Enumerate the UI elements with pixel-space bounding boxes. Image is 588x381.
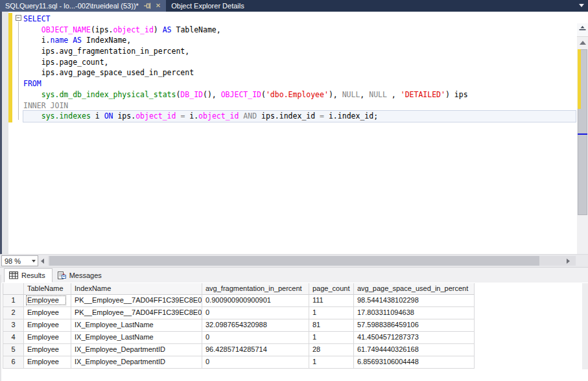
messages-icon — [58, 271, 66, 280]
table-row: 6EmployeeIX_Employee_DepartmentID016.856… — [3, 356, 475, 369]
table-row: 2EmployeePK__Employee__7AD04FF1C39EC8E00… — [3, 307, 475, 319]
code-lines[interactable]: SELECT OBJECT_NAME(ips.object_id) AS Tab… — [23, 14, 576, 122]
code-line: FROM — [23, 78, 576, 89]
results-grid: TableNameIndexNameavg_fragmentation_in_p… — [3, 283, 475, 369]
grid-cell[interactable]: 57.5988386459106 — [354, 319, 475, 332]
grid-cell[interactable]: IX_Employee_LastName — [71, 332, 202, 344]
code-line: ips.page_count, — [23, 57, 576, 68]
zoom-dropdown-icon[interactable] — [29, 256, 38, 266]
grid-row-number[interactable]: 1 — [3, 295, 24, 307]
grid-cell[interactable]: 96.4285714285714 — [202, 344, 309, 356]
grid-header-cell[interactable]: avg_fragmentation_in_percent — [202, 283, 309, 295]
table-row: 5EmployeeIX_Employee_DepartmentID96.4285… — [3, 344, 475, 356]
tab-messages-label: Messages — [69, 271, 102, 279]
grid-cell[interactable]: Employee — [24, 307, 71, 319]
tab-object-explorer-details-label: Object Explorer Details — [171, 2, 244, 10]
code-line: i.name AS IndexName, — [23, 35, 576, 46]
editor-gutter — [2, 12, 8, 254]
horizontal-scroll-thumb[interactable] — [49, 256, 539, 266]
sql-editor[interactable]: − SELECT OBJECT_NAME(ips.object_id) AS T… — [0, 12, 588, 254]
grid-cell[interactable]: 1 — [309, 356, 354, 369]
results-tabstrip: Results Messages — [0, 268, 588, 283]
grid-cell[interactable]: 17.803311094638 — [354, 307, 475, 319]
editor-vertical-scrollbar[interactable] — [577, 23, 588, 266]
tab-results-label: Results — [21, 271, 45, 279]
code-line: ips.avg_fragmentation_in_percent, — [23, 46, 576, 57]
close-icon[interactable]: ✕ — [156, 3, 161, 9]
scrollbar-caret-marker — [578, 133, 587, 135]
fold-collapse-icon[interactable]: − — [16, 15, 21, 21]
grid-header-cell[interactable]: TableName — [24, 283, 71, 295]
grid-header-cell[interactable] — [3, 283, 24, 295]
grid-row-number[interactable]: 6 — [3, 356, 24, 369]
grid-cell[interactable]: 0.900900900900901 — [202, 295, 309, 307]
grid-header-row: TableNameIndexNameavg_fragmentation_in_p… — [3, 283, 475, 295]
grid-cell[interactable]: 98.5441438102298 — [354, 295, 475, 307]
grid-cell[interactable]: 81 — [309, 319, 354, 332]
zoom-select[interactable]: 98 % — [1, 255, 38, 266]
split-editor-handle[interactable] — [577, 23, 588, 37]
grid-cell[interactable]: IX_Employee_DepartmentID — [71, 356, 202, 369]
grid-header-cell[interactable]: IndexName — [71, 283, 202, 295]
document-tabbar: SQLQuery11.sql - lo...-002\trueideal (53… — [0, 0, 588, 12]
grid-cell[interactable]: 6.85693106004448 — [354, 356, 475, 369]
results-grid-icon — [9, 271, 18, 279]
track-changes-bar — [8, 13, 12, 122]
grid-cell[interactable]: 28 — [309, 344, 354, 356]
grid-cell[interactable]: IX_Employee_LastName — [71, 319, 202, 332]
editor-bottom-strip: 98 % — [0, 254, 588, 267]
grid-cell[interactable]: Employee — [24, 295, 71, 307]
tab-results[interactable]: Results — [4, 268, 53, 283]
scroll-left-arrow[interactable] — [41, 259, 44, 264]
grid-cell[interactable]: PK__Employee__7AD04FF1C39EC8E0 — [71, 307, 202, 319]
code-line: INNER JOIN — [23, 100, 576, 111]
table-row: 3EmployeeIX_Employee_LastName32.09876543… — [3, 319, 475, 332]
grid-cell[interactable]: 1 — [309, 307, 354, 319]
grid-row-number[interactable]: 5 — [3, 344, 24, 356]
pin-icon[interactable] — [144, 3, 151, 9]
grid-cell[interactable]: 0 — [202, 332, 309, 344]
fold-region-line — [18, 21, 19, 120]
grid-cell[interactable]: 0 — [202, 356, 309, 369]
grid-header-cell[interactable]: avg_page_space_used_in_percent — [354, 283, 475, 295]
scroll-right-arrow[interactable] — [567, 259, 570, 264]
grid-cell[interactable]: Employee — [24, 344, 71, 356]
grid-row-number[interactable]: 2 — [3, 307, 24, 319]
zoom-value: 98 % — [2, 257, 29, 265]
tab-sqlquery11[interactable]: SQLQuery11.sql - lo...-002\trueideal (53… — [0, 0, 166, 12]
grid-cell[interactable]: 1 — [309, 332, 354, 344]
grid-cell[interactable]: 111 — [309, 295, 354, 307]
scroll-up-arrow[interactable] — [580, 41, 586, 45]
grid-cell[interactable]: 61.7494440326168 — [354, 344, 475, 356]
code-line: ips.avg_page_space_used_in_percent — [23, 67, 576, 78]
grid-cell[interactable]: IX_Employee_DepartmentID — [71, 344, 202, 356]
grid-cell[interactable]: PK__Employee__7AD04FF1C39EC8E0 — [71, 295, 202, 307]
tab-messages[interactable]: Messages — [53, 268, 109, 283]
code-line: sys.indexes i ON ips.object_id = i.objec… — [23, 111, 576, 122]
tab-sqlquery11-label: SQLQuery11.sql - lo...-002\trueideal (53… — [5, 2, 139, 10]
grid-cell[interactable]: 41.4504571287373 — [354, 332, 475, 344]
results-pane: Results Messages TableNameIndexNameavg_f… — [0, 267, 588, 381]
table-row: 1EmployeePK__Employee__7AD04FF1C39EC8E00… — [3, 295, 475, 307]
code-line: OBJECT_NAME(ips.object_id) AS TableName, — [23, 25, 576, 36]
tab-list-dropdown-icon[interactable] — [579, 4, 584, 7]
grid-row-number[interactable]: 3 — [3, 319, 24, 332]
results-left-edge — [0, 275, 1, 381]
code-line: sys.dm_db_index_physical_stats(DB_ID(), … — [23, 89, 576, 100]
scrollbar-change-annotation — [578, 49, 581, 109]
grid-cell[interactable]: Employee — [24, 319, 71, 332]
grid-scrollbar-track[interactable] — [582, 283, 588, 369]
code-line: SELECT — [23, 14, 576, 25]
grid-cell[interactable]: Employee — [24, 332, 71, 344]
grid-row-number[interactable]: 4 — [3, 332, 24, 344]
splitter-icon — [579, 26, 586, 34]
grid-cell[interactable]: Employee — [24, 356, 71, 369]
grid-header-cell[interactable]: page_count — [309, 283, 354, 295]
table-row: 4EmployeeIX_Employee_LastName0141.450457… — [3, 332, 475, 344]
grid-cell[interactable]: 0 — [202, 307, 309, 319]
tab-object-explorer-details[interactable]: Object Explorer Details — [166, 0, 250, 12]
grid-cell[interactable]: 32.0987654320988 — [202, 319, 309, 332]
